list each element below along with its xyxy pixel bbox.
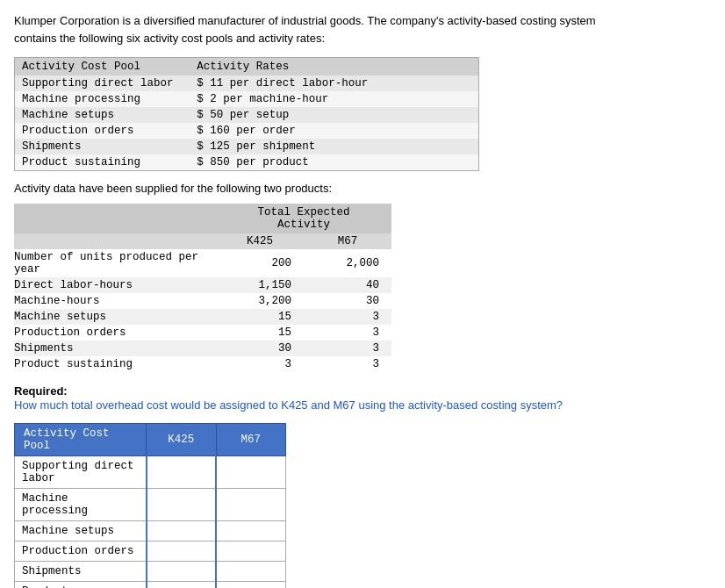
pool-rate: $ 850 per product — [190, 154, 478, 171]
table-row: Machine setups153 — [14, 309, 391, 325]
k425-input-cell — [147, 582, 217, 589]
m67-value: 3 — [304, 309, 391, 325]
m67-input-4[interactable] — [217, 562, 285, 581]
activity-data-table: Total Expected Activity K425 M67 Number … — [14, 204, 391, 372]
pool-rate: $ 11 per direct labor-hour — [190, 75, 478, 91]
total-expected-header: Total Expected Activity — [216, 204, 391, 233]
pool-rate: $ 2 per machine-hour — [190, 91, 478, 107]
pool-name: Machine setups — [15, 107, 190, 123]
table-row: Product sustaining — [15, 582, 286, 589]
activity-cost-pool-table: Activity Cost Pool Activity Rates Suppor… — [14, 57, 479, 171]
table-row: Production orders$ 160 per order — [15, 123, 479, 139]
activity-label: Machine setups — [14, 309, 216, 325]
answer-col1-header: Activity Cost Pool — [15, 424, 147, 456]
k425-value: 1,150 — [216, 277, 304, 293]
m67-input-0[interactable] — [217, 463, 285, 482]
table-row: Shipments — [15, 562, 286, 582]
table-row: Product sustaining$ 850 per product — [15, 154, 479, 171]
pool-name: Machine processing — [15, 91, 190, 107]
answer-col3-header: M67 — [216, 424, 286, 456]
table-row: Supporting direct labor — [15, 456, 286, 489]
table-row: Production orders — [15, 541, 286, 562]
answer-pool-name: Machine processing — [15, 489, 147, 521]
answer-pool-name: Supporting direct labor — [15, 456, 147, 489]
intro-paragraph: Klumper Corporation is a diversified man… — [14, 12, 711, 47]
m67-input-cell — [216, 562, 286, 582]
answer-table: Activity Cost Pool K425 M67 Supporting d… — [14, 423, 286, 588]
answer-pool-name: Shipments — [15, 562, 147, 582]
intro-text-line1: Klumper Corporation is a diversified man… — [14, 14, 596, 27]
activity-data-text: Activity data have been supplied for the… — [14, 182, 711, 195]
table-row: Machine processing$ 2 per machine-hour — [15, 91, 479, 107]
table-row: Machine-hours3,20030 — [14, 293, 391, 309]
answer-pool-name: Machine setups — [15, 521, 147, 541]
k425-value: 15 — [216, 325, 304, 341]
table-row: Shipments303 — [14, 341, 391, 356]
col2-header: Activity Rates — [190, 58, 478, 76]
k425-value: 3,200 — [216, 293, 304, 309]
table-row: Number of units produced per year2002,00… — [14, 249, 391, 277]
pool-rate: $ 50 per setup — [190, 107, 478, 123]
pool-name: Shipments — [15, 139, 190, 154]
table-row: Production orders153 — [14, 325, 391, 341]
k425-input-cell — [147, 521, 217, 541]
k425-input-1[interactable] — [147, 495, 216, 514]
m67-value: 3 — [304, 356, 391, 372]
table-row: Machine setups — [15, 521, 286, 541]
m67-input-2[interactable] — [217, 521, 285, 541]
table-row: Supporting direct labor$ 11 per direct l… — [15, 75, 479, 91]
table-row: Product sustaining33 — [14, 356, 391, 372]
k425-value: 30 — [216, 341, 304, 356]
k425-input-2[interactable] — [147, 521, 216, 541]
m67-input-cell — [216, 582, 286, 589]
data-col-k425-header: K425 — [216, 233, 304, 249]
m67-value: 30 — [304, 293, 391, 309]
k425-input-cell — [147, 489, 217, 521]
required-question: How much total overhead cost would be as… — [14, 398, 563, 412]
answer-col2-header: K425 — [147, 424, 217, 456]
pool-rate: $ 160 per order — [190, 123, 478, 139]
k425-input-0[interactable] — [147, 463, 216, 482]
col1-header: Activity Cost Pool — [15, 58, 190, 76]
k425-value: 15 — [216, 309, 304, 325]
table-row: Machine setups$ 50 per setup — [15, 107, 479, 123]
pool-name: Product sustaining — [15, 154, 190, 171]
pool-rate: $ 125 per shipment — [190, 139, 478, 154]
k425-value: 3 — [216, 356, 304, 372]
m67-input-cell — [216, 521, 286, 541]
required-section: Required: How much total overhead cost w… — [14, 384, 711, 412]
m67-value: 3 — [304, 341, 391, 356]
m67-input-1[interactable] — [217, 495, 285, 514]
m67-input-cell — [216, 541, 286, 562]
intro-text-line2: contains the following six activity cost… — [14, 32, 325, 45]
k425-input-cell — [147, 456, 217, 489]
k425-input-4[interactable] — [147, 562, 216, 581]
data-col-m67-header: M67 — [304, 233, 391, 249]
m67-input-cell — [216, 456, 286, 489]
table-row: Shipments$ 125 per shipment — [15, 139, 479, 154]
m67-value: 3 — [304, 325, 391, 341]
table-row: Machine processing — [15, 489, 286, 521]
activity-label: Production orders — [14, 325, 216, 341]
pool-name: Production orders — [15, 123, 190, 139]
m67-input-3[interactable] — [217, 541, 285, 561]
k425-input-cell — [147, 541, 217, 562]
answer-pool-name: Production orders — [15, 541, 147, 562]
required-label: Required: — [14, 384, 68, 398]
data-col0-header — [14, 233, 216, 249]
k425-input-3[interactable] — [147, 541, 216, 561]
pool-name: Supporting direct labor — [15, 75, 190, 91]
activity-label: Number of units produced per year — [14, 249, 216, 277]
answer-pool-name: Product sustaining — [15, 582, 147, 589]
k425-input-cell — [147, 562, 217, 582]
activity-label: Direct labor-hours — [14, 277, 216, 293]
activity-label: Machine-hours — [14, 293, 216, 309]
m67-input-cell — [216, 489, 286, 521]
table-row: Direct labor-hours1,15040 — [14, 277, 391, 293]
m67-value: 2,000 — [304, 249, 391, 277]
activity-label: Shipments — [14, 341, 216, 356]
m67-value: 40 — [304, 277, 391, 293]
k425-value: 200 — [216, 249, 304, 277]
activity-label: Product sustaining — [14, 356, 216, 372]
